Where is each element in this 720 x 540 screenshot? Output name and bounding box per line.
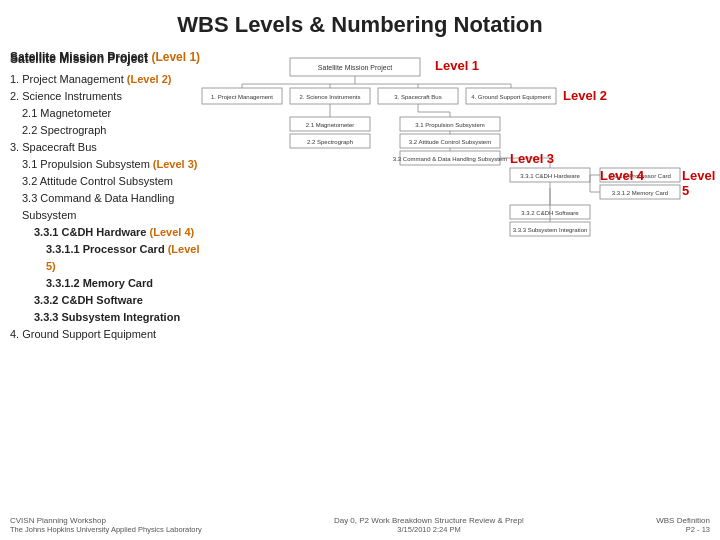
- level2-label: Level 2: [563, 88, 607, 103]
- list-item: 2. Science Instruments: [10, 88, 205, 105]
- svg-text:Satellite Mission Project: Satellite Mission Project: [318, 64, 392, 72]
- svg-text:2.2 Spectrograph: 2.2 Spectrograph: [307, 139, 353, 145]
- list-item: 3.2 Attitude Control Subsystem: [10, 173, 205, 190]
- svg-rect-8: [466, 88, 556, 104]
- list-item: 4. Ground Support Equipment: [10, 326, 205, 343]
- text-panel: Satellite Mission Project 1. Project Man…: [10, 50, 205, 343]
- svg-rect-2: [202, 88, 282, 104]
- footer-right-sub: P2 - 13: [656, 525, 710, 534]
- footer-right: WBS Definition: [656, 516, 710, 525]
- svg-text:3.2 Attitude Control Subsystem: 3.2 Attitude Control Subsystem: [409, 139, 491, 145]
- svg-text:3.3.1 C&DH Hardware: 3.3.1 C&DH Hardware: [520, 173, 580, 179]
- svg-text:4. Ground Support Equipment: 4. Ground Support Equipment: [471, 94, 551, 100]
- page-title: WBS Levels & Numbering Notation: [0, 0, 720, 38]
- svg-text:3.3.2 C&DH Software: 3.3.2 C&DH Software: [521, 210, 579, 216]
- svg-text:3.3.3 Subsystem Integration: 3.3.3 Subsystem Integration: [513, 227, 588, 233]
- svg-rect-22: [510, 205, 590, 219]
- svg-rect-20: [510, 168, 590, 182]
- list-item: 3.3.1 C&DH Hardware (Level 4): [10, 224, 205, 241]
- list-item: 3.3.1.2 Memory Card: [10, 275, 205, 292]
- text-level1-note: Satellite Mission Project (Level 1): [10, 50, 200, 64]
- list-item: 2.1 Magnetometer: [10, 105, 205, 122]
- wbs-diagram: Satellite Mission Project 1. Project Man…: [200, 50, 690, 360]
- svg-rect-14: [400, 117, 500, 131]
- svg-rect-12: [290, 134, 370, 148]
- list-item: 3.3.1.1 Processor Card (Level 5): [10, 241, 205, 275]
- list-item: 1. Project Management (Level 2): [10, 71, 205, 88]
- svg-rect-4: [290, 88, 370, 104]
- svg-text:3. Spacecraft Bus: 3. Spacecraft Bus: [394, 94, 441, 100]
- list-item: 3.3.2 C&DH Software: [10, 292, 205, 309]
- svg-text:1. Project Management: 1. Project Management: [211, 94, 273, 100]
- svg-rect-28: [600, 185, 680, 199]
- footer-workshop-sub: The Johns Hopkins University Applied Phy…: [10, 525, 202, 534]
- footer: CVISN Planning Workshop The Johns Hopkin…: [0, 516, 720, 534]
- svg-text:3.3.1.2 Memory Card: 3.3.1.2 Memory Card: [612, 190, 668, 196]
- level5-label: Level 5: [682, 168, 715, 198]
- level1-label: Level 1: [435, 58, 479, 73]
- footer-center: Day 0, P2 Work Breakdown Structure Revie…: [202, 516, 656, 525]
- list-item: 3. Spacecraft Bus: [10, 139, 205, 156]
- svg-rect-24: [510, 222, 590, 236]
- list-item: 2.2 Spectrograph: [10, 122, 205, 139]
- svg-text:2. Science Instruments: 2. Science Instruments: [299, 94, 360, 100]
- svg-rect-0: [290, 58, 420, 76]
- level3-label: Level 3: [510, 151, 554, 166]
- list-item: 3.3.3 Subsystem Integration: [10, 309, 205, 326]
- footer-workshop: CVISN Planning Workshop: [10, 516, 202, 525]
- list-item: 3.1 Propulsion Subsystem (Level 3): [10, 156, 205, 173]
- svg-rect-10: [290, 117, 370, 131]
- svg-text:3.1 Propulsion Subsystem: 3.1 Propulsion Subsystem: [415, 122, 485, 128]
- svg-rect-18: [400, 151, 500, 165]
- svg-text:2.1 Magnetometer: 2.1 Magnetometer: [306, 122, 355, 128]
- level4-label: Level 4: [600, 168, 644, 183]
- list-item: 3.3 Command & Data Handling Subsystem: [10, 190, 205, 224]
- svg-rect-6: [378, 88, 458, 104]
- svg-text:3.3 Command & Data Handling Su: 3.3 Command & Data Handling Subsystem: [393, 156, 507, 162]
- footer-center-sub: 3/15/2010 2:24 PM: [202, 525, 656, 534]
- svg-rect-16: [400, 134, 500, 148]
